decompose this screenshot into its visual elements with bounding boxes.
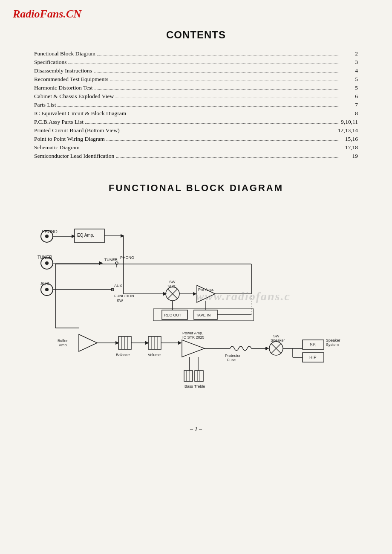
toc-page: 4: [341, 67, 358, 74]
svg-text:Treble: Treble: [194, 384, 205, 389]
toc-page: 9,10,11: [341, 119, 358, 125]
svg-text:TAPE IN: TAPE IN: [196, 313, 210, 317]
toc-dots: [85, 123, 339, 124]
svg-text:SW: SW: [169, 280, 176, 284]
svg-text:TAPE: TAPE: [167, 284, 177, 288]
svg-text:IC STK 2025: IC STK 2025: [182, 335, 205, 339]
svg-text:AUX: AUX: [114, 284, 122, 288]
svg-text:Speaker: Speaker: [326, 338, 340, 342]
toc-item: Semiconductor Lead Identification19: [34, 153, 358, 160]
toc-label: Schematic Diagram: [34, 144, 80, 151]
toc-page: 3: [341, 59, 358, 66]
block-diagram-svg: PHONO EQ Amp. TUNER TUNER PHONO: [13, 204, 379, 413]
toc-page: 2: [341, 50, 358, 57]
site-logo: RadioFans.CN: [13, 8, 81, 20]
toc-container: Functional Block Diagram2Specifications3…: [34, 50, 358, 160]
toc-item: P.C.B.Assy Parts List9,10,11: [34, 119, 358, 125]
svg-text:Balance: Balance: [116, 353, 130, 357]
toc-page: 6: [341, 93, 358, 100]
toc-dots: [107, 140, 339, 141]
svg-point-18: [45, 288, 49, 291]
toc-dots: [115, 98, 339, 98]
toc-page: 8: [341, 110, 358, 117]
toc-item: Parts List7: [34, 102, 358, 108]
toc-label: Recommended Test Equipments: [34, 76, 108, 83]
toc-item: Harmonic Distortion Test5: [34, 84, 358, 91]
svg-text:Bass: Bass: [184, 384, 193, 389]
svg-text:REC OUT: REC OUT: [164, 313, 182, 317]
svg-rect-52: [118, 336, 131, 349]
svg-text:SW: SW: [117, 299, 123, 303]
svg-marker-66: [182, 340, 205, 357]
toc-page: 5: [341, 76, 358, 83]
toc-item: Recommended Test Equipments5: [34, 76, 358, 83]
header: RadioFans.CN: [0, 0, 392, 25]
toc-dots: [58, 106, 339, 107]
svg-point-1: [45, 235, 49, 238]
toc-label: Disassembly Instructions: [34, 67, 92, 74]
svg-text:Power Amp.: Power Amp.: [182, 331, 203, 335]
toc-label: Semiconductor Lead Identification: [34, 153, 114, 160]
svg-text:H.P: H.P: [309, 355, 317, 360]
svg-text:Speaker: Speaker: [271, 338, 285, 342]
svg-text:Pre Amp.: Pre Amp.: [198, 287, 214, 292]
toc-item: Printed Circuit Board (Bottom View)12,13…: [34, 127, 358, 134]
svg-rect-72: [195, 371, 203, 381]
page-number: – 2 –: [0, 422, 392, 439]
toc-dots: [68, 64, 339, 64]
contents-title: CONTENTS: [34, 29, 358, 41]
svg-text:TUNER: TUNER: [104, 258, 118, 262]
toc-page: 17,18: [341, 144, 358, 151]
toc-item: Schematic Diagram17,18: [34, 144, 358, 151]
toc-item: Cabinet & Chassis Exploded View6: [34, 93, 358, 100]
svg-text:SP.: SP.: [310, 342, 316, 347]
toc-dots: [97, 55, 339, 55]
toc-dots: [94, 72, 339, 73]
toc-item: Specifications3: [34, 59, 358, 66]
toc-label: IC Equivalent Circuit & Block Diagram: [34, 110, 126, 117]
diagram-container: www.radiofans.c PHONO EQ Amp. TUNER TUNE…: [13, 204, 379, 413]
svg-text:Buffer: Buffer: [58, 339, 68, 343]
contents-section: CONTENTS Functional Block Diagram2Specif…: [0, 25, 392, 174]
toc-page: 5: [341, 84, 358, 91]
toc-dots: [81, 149, 339, 149]
svg-text:PHONO: PHONO: [42, 229, 58, 234]
toc-dots: [95, 89, 339, 90]
svg-text:Amp.: Amp.: [59, 343, 68, 347]
toc-item: IC Equivalent Circuit & Block Diagram8: [34, 110, 358, 117]
svg-text:PHONO: PHONO: [120, 255, 134, 260]
svg-text:System: System: [326, 342, 339, 347]
svg-rect-58: [148, 336, 161, 349]
toc-item: Disassembly Instructions4: [34, 67, 358, 74]
toc-label: Harmonic Distortion Test: [34, 84, 93, 91]
toc-item: Point to Point Wiring Diagram15,16: [34, 136, 358, 142]
toc-label: Functional Block Diagram: [34, 50, 95, 57]
svg-text:SW: SW: [273, 334, 280, 338]
toc-page: 19: [341, 153, 358, 160]
toc-label: Parts List: [34, 102, 56, 108]
toc-page: 15,16: [341, 136, 358, 142]
svg-marker-50: [79, 334, 97, 351]
toc-label: P.C.B.Assy Parts List: [34, 119, 84, 125]
svg-text:Protector: Protector: [225, 354, 241, 358]
block-diagram-section: FUNCTIONAL BLOCK DIAGRAM www.radiofans.c…: [0, 174, 392, 422]
toc-page: 7: [341, 102, 358, 108]
toc-dots: [128, 115, 339, 115]
svg-text:Fuse: Fuse: [227, 358, 236, 362]
toc-label: Cabinet & Chassis Exploded View: [34, 93, 114, 100]
toc-dots: [121, 132, 336, 132]
svg-rect-69: [184, 371, 193, 381]
toc-page: 12,13,14: [338, 127, 358, 134]
toc-dots: [116, 157, 339, 158]
svg-text:Volume: Volume: [148, 353, 161, 357]
toc-label: Point to Point Wiring Diagram: [34, 136, 105, 142]
toc-label: Printed Circuit Board (Bottom View): [34, 127, 120, 134]
toc-item: Functional Block Diagram2: [34, 50, 358, 57]
block-diagram-title: FUNCTIONAL BLOCK DIAGRAM: [13, 183, 379, 194]
toc-dots: [110, 81, 339, 81]
svg-text:EQ Amp.: EQ Amp.: [77, 233, 94, 238]
svg-text:FUNCTION: FUNCTION: [114, 294, 134, 298]
toc-label: Specifications: [34, 59, 66, 66]
svg-point-10: [45, 261, 49, 265]
